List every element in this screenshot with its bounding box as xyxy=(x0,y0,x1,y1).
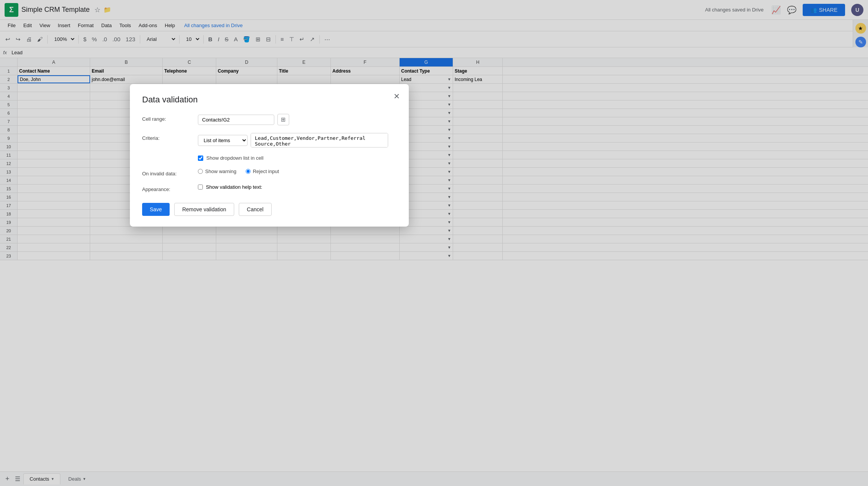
cell-range-label: Cell range: xyxy=(142,114,192,122)
appearance-label: Appearance: xyxy=(142,184,192,192)
show-dropdown-row: Show dropdown list in cell xyxy=(198,155,397,161)
show-warning-option[interactable]: Show warning xyxy=(198,168,236,174)
criteria-type-select[interactable]: List of items List from a range Number T… xyxy=(198,135,248,146)
data-validation-modal: ✕ Data validation Cell range: ⊞ Criteria… xyxy=(130,84,409,227)
help-text-label[interactable]: Show validation help text: xyxy=(206,184,262,190)
appearance-row: Appearance: Show validation help text: xyxy=(142,184,397,192)
modal-close-button[interactable]: ✕ xyxy=(390,90,403,102)
invalid-data-options: Show warning Reject input xyxy=(198,168,279,174)
grid-select-button[interactable]: ⊞ xyxy=(277,114,289,125)
remove-validation-button[interactable]: Remove validation xyxy=(174,203,234,216)
show-dropdown-label[interactable]: Show dropdown list in cell xyxy=(206,155,264,161)
help-text-checkbox[interactable] xyxy=(198,185,203,190)
reject-input-option[interactable]: Reject input xyxy=(246,168,279,174)
cell-range-row: Cell range: ⊞ xyxy=(142,114,397,125)
criteria-controls: List of items List from a range Number T… xyxy=(198,133,388,147)
cell-range-controls: ⊞ xyxy=(198,114,289,125)
invalid-data-row: On invalid data: Show warning Reject inp… xyxy=(142,168,397,177)
criteria-label: Criteria: xyxy=(142,133,192,141)
show-warning-radio[interactable] xyxy=(198,169,203,174)
modal-actions: Save Remove validation Cancel xyxy=(142,203,397,216)
reject-input-label: Reject input xyxy=(253,168,279,174)
invalid-data-label: On invalid data: xyxy=(142,168,192,177)
cell-range-input[interactable] xyxy=(198,115,274,125)
criteria-text-input[interactable]: Lead,Customer,Vendor,Partner,Referral So… xyxy=(251,133,388,147)
cancel-button[interactable]: Cancel xyxy=(239,203,272,216)
modal-title: Data validation xyxy=(142,95,397,105)
reject-input-radio[interactable] xyxy=(246,169,251,174)
show-warning-label: Show warning xyxy=(205,168,236,174)
show-dropdown-checkbox[interactable] xyxy=(198,156,203,161)
criteria-row: Criteria: List of items List from a rang… xyxy=(142,133,397,147)
save-button[interactable]: Save xyxy=(142,203,170,216)
modal-overlay: ✕ Data validation Cell range: ⊞ Criteria… xyxy=(0,0,868,486)
appearance-controls: Show validation help text: xyxy=(198,184,262,190)
